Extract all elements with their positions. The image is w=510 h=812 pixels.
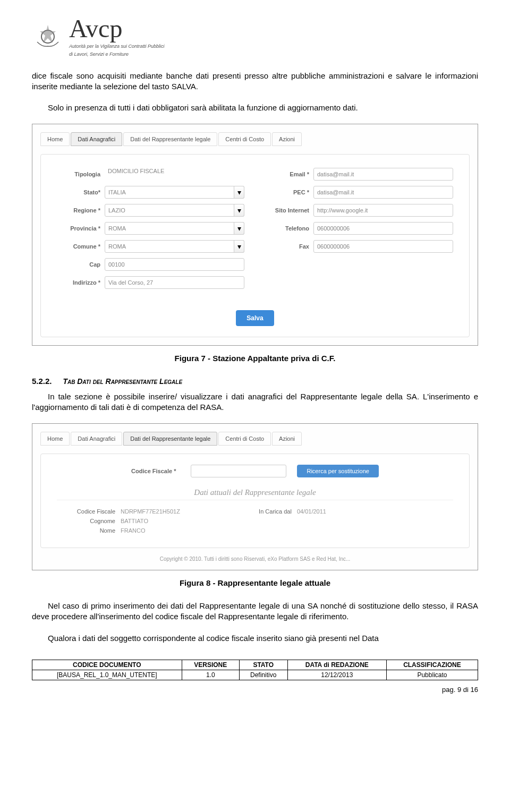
provincia-label: Provincia * — [57, 225, 105, 232]
logo-text: Avcp — [69, 16, 164, 41]
tab-home[interactable]: Home — [40, 432, 70, 446]
tab-dati-anagrafici[interactable]: Dati Anagrafici — [71, 432, 122, 446]
cap-input[interactable] — [105, 258, 244, 271]
pec-input[interactable] — [313, 186, 453, 199]
copyright-line: Copyright © 2010. Tutti i diritti sono R… — [40, 556, 470, 562]
footer-class-hdr: CLASSIFICAZIONE — [386, 660, 478, 670]
tipologia-value: DOMICILIO FISCALE — [105, 168, 244, 181]
tab-azioni[interactable]: Azioni — [272, 432, 302, 446]
footer-versione-hdr: VERSIONE — [182, 660, 239, 670]
paragraph-4: Nel caso di primo inserimento dei dati d… — [32, 601, 478, 622]
provincia-input[interactable] — [105, 222, 244, 235]
figure-7-caption: Figura 7 - Stazione Appaltante priva di … — [32, 354, 478, 363]
figure-8-caption: Figura 8 - Rappresentante legale attuale — [32, 578, 478, 587]
stato-label: Stato* — [57, 189, 105, 195]
header-logo: Avcp Autorità per la Vigilanza sui Contr… — [32, 16, 478, 57]
tab-centri-costo[interactable]: Centri di Costo — [218, 132, 271, 146]
paragraph-1: dice fiscale sono acquisiti mediante ban… — [32, 71, 478, 92]
tab-azioni[interactable]: Azioni — [272, 132, 302, 146]
detail-cognome-label: Cognome — [57, 518, 121, 524]
chevron-down-icon[interactable]: ▾ — [234, 240, 244, 253]
salva-button[interactable]: Salva — [236, 310, 274, 326]
screenshot-figure-7: Home Dati Anagrafici Dati del Rappresent… — [32, 124, 478, 346]
cap-label: Cap — [57, 261, 105, 268]
footer-table: CODICE DOCUMENTO VERSIONE STATO DATA di … — [32, 660, 478, 680]
chevron-down-icon[interactable]: ▾ — [234, 222, 244, 235]
cf-input[interactable] — [191, 465, 286, 477]
paragraph-2: Solo in presenza di tutti i dati obbliga… — [32, 102, 478, 113]
chevron-down-icon[interactable]: ▾ — [234, 186, 244, 199]
telefono-input[interactable] — [313, 222, 453, 235]
tab-home[interactable]: Home — [40, 132, 70, 146]
indirizzo-label: Indirizzo * — [57, 279, 105, 286]
email-label: Email * — [266, 171, 313, 177]
email-input[interactable] — [313, 168, 453, 181]
tab-rappresentante[interactable]: Dati del Rappresentante legale — [123, 132, 217, 146]
pec-label: PEC * — [266, 189, 313, 195]
sito-label: Sito Internet — [266, 207, 313, 213]
screenshot-figure-8: Home Dati Anagrafici Dati del Rappresent… — [32, 423, 478, 570]
detail-incarica-label: In Carica dal — [233, 508, 297, 515]
footer-stato-val: Definitivo — [239, 670, 287, 680]
panel-subtitle: Dati attuali del Rappresentante legale — [57, 488, 453, 500]
detail-nome-label: Nome — [57, 527, 121, 534]
footer-data-hdr: DATA di REDAZIONE — [287, 660, 386, 670]
footer-class-val: Pubblicato — [386, 670, 478, 680]
tab-centri-costo[interactable]: Centri di Costo — [218, 432, 271, 446]
detail-cognome-value: BATTIATO — [121, 518, 148, 524]
comune-input[interactable] — [105, 240, 244, 253]
logo-subline2: di Lavori, Servizi e Forniture — [69, 52, 164, 57]
tab-rappresentante[interactable]: Dati del Rappresentante legale — [123, 432, 217, 446]
paragraph-5: Qualora i dati del soggetto corrisponden… — [32, 633, 478, 644]
regione-label: Regione * — [57, 207, 105, 213]
section-title: Tab Dati del Rappresentante Legale — [63, 377, 182, 386]
detail-cf-value: NDRPMF77E21H501Z — [121, 508, 180, 515]
footer-codice-hdr: CODICE DOCUMENTO — [32, 660, 182, 670]
fax-input[interactable] — [313, 240, 453, 253]
chevron-down-icon[interactable]: ▾ — [234, 204, 244, 217]
detail-incarica-value: 04/01/2011 — [297, 508, 326, 515]
footer-data-val: 12/12/2013 — [287, 670, 386, 680]
logo-subline1: Autorità per la Vigilanza sui Contratti … — [69, 44, 164, 49]
tipologia-label: Tipologia — [57, 171, 105, 177]
sito-input[interactable] — [313, 204, 453, 217]
page-number: pag. 9 di 16 — [32, 686, 478, 694]
detail-cf-label: Codice Fiscale — [57, 508, 121, 515]
cf-label: Codice Fiscale * — [131, 468, 180, 474]
regione-input[interactable] — [105, 204, 244, 217]
tab-dati-anagrafici[interactable]: Dati Anagrafici — [71, 132, 122, 146]
paragraph-3: In tale sezione è possibile inserire/ vi… — [32, 391, 478, 413]
detail-nome-value: FRANCO — [121, 527, 145, 534]
footer-codice-val: [BAUSA_REL_1.0_MAN_UTENTE] — [32, 670, 182, 680]
footer-stato-hdr: STATO — [239, 660, 287, 670]
section-number: 5.2.2. — [32, 377, 52, 386]
fax-label: Fax — [266, 243, 313, 250]
stato-input[interactable] — [105, 186, 244, 199]
footer-versione-val: 1.0 — [182, 670, 239, 680]
italian-emblem-icon — [32, 21, 64, 53]
ricerca-sostituzione-button[interactable]: Ricerca per sostituzione — [297, 465, 378, 477]
telefono-label: Telefono — [266, 225, 313, 232]
comune-label: Comune * — [57, 243, 105, 250]
indirizzo-input[interactable] — [105, 276, 244, 289]
